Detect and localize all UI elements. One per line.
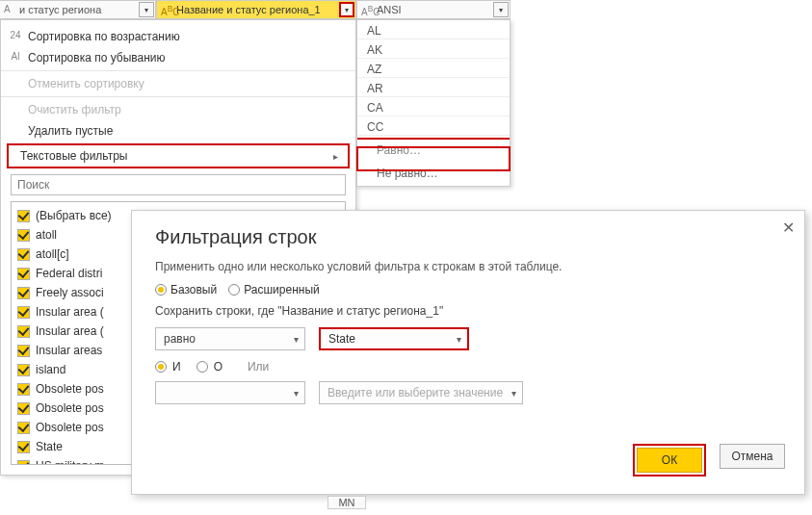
menu-label: Сортировка по убыванию: [28, 51, 166, 64]
button-label: Отмена: [731, 450, 773, 463]
menu-text-filters[interactable]: Текстовые фильтры: [9, 145, 348, 167]
dialog-description: Применить одно или несколько условий фил…: [155, 260, 781, 273]
menu-sort-asc[interactable]: 24 Сортировка по возрастанию: [1, 26, 355, 47]
column-headers: A и статус региона ▾ ABC Название и стат…: [0, 0, 511, 19]
ansi-dropdown-list: ALAKAZARCACC Равно… Не равно…: [356, 19, 511, 187]
dialog-title: Фильтрация строк: [155, 226, 781, 248]
menu-clear-filter: Очистить фильтр: [1, 99, 355, 120]
and-or-row: И О Или: [155, 360, 781, 373]
submenu-equals[interactable]: Равно…: [357, 140, 510, 163]
operator-combo-1[interactable]: равно: [155, 327, 305, 350]
text-type-icon: A: [4, 4, 11, 14]
combo-placeholder: Введите или выберите значение: [327, 386, 503, 399]
column-header-ansi[interactable]: ABC ANSI ▾: [356, 0, 511, 19]
radio-advanced-label: Расширенный: [244, 283, 320, 296]
condition-row-1: равно State: [155, 327, 781, 350]
column-dropdown-button[interactable]: ▾: [339, 2, 354, 17]
radio-or-label: О: [214, 360, 223, 373]
combo-value: State: [328, 332, 355, 346]
submenu-not-equals[interactable]: Не равно…: [357, 163, 510, 186]
radio-basic-label: Базовый: [170, 283, 217, 296]
checklist-label: island: [36, 363, 65, 376]
checkbox-icon[interactable]: [17, 422, 30, 434]
submenu-label: Равно…: [377, 143, 421, 157]
text-type-icon: ABC: [361, 4, 380, 17]
sort-asc-icon: 24: [9, 30, 22, 40]
value-combo-1[interactable]: State: [319, 327, 469, 350]
checklist-label: Freely associ: [36, 286, 104, 299]
ansi-option[interactable]: CC: [357, 116, 510, 136]
cancel-button[interactable]: Отмена: [720, 444, 785, 469]
radio-and-label: И: [172, 360, 181, 373]
condition-row-2: Введите или выберите значение: [155, 381, 781, 404]
radio-and[interactable]: [155, 361, 167, 373]
grid-cell-preview: MN: [327, 496, 366, 509]
checklist-label: US military m: [36, 459, 104, 465]
or-text-label: Или: [248, 360, 269, 373]
submenu-label: Не равно…: [377, 167, 438, 180]
radio-advanced[interactable]: [228, 284, 240, 296]
ok-button[interactable]: ОК: [637, 448, 702, 473]
column-dropdown-button[interactable]: ▾: [493, 2, 509, 17]
checkbox-icon[interactable]: [17, 268, 30, 280]
checklist-label: Federal distri: [36, 267, 102, 280]
filter-mode-radio-group: Базовый Расширенный: [155, 283, 781, 296]
filter-search[interactable]: [11, 174, 346, 195]
checklist-label: Obsolete pos: [36, 382, 104, 396]
ansi-option[interactable]: AR: [357, 78, 510, 97]
close-icon[interactable]: ✕: [782, 219, 795, 237]
radio-basic[interactable]: [155, 284, 167, 296]
menu-label: Сортировка по возрастанию: [28, 30, 180, 43]
sort-desc-icon: Al: [9, 51, 22, 62]
menu-sort-desc[interactable]: Al Сортировка по убыванию: [1, 47, 355, 68]
checklist-label: atoll: [36, 228, 57, 242]
checklist-label: Insular area (: [36, 324, 104, 338]
menu-clear-sort: Отменить сортировку: [1, 73, 355, 94]
checkbox-icon[interactable]: [17, 345, 30, 357]
search-input[interactable]: [12, 178, 345, 192]
text-filter-submenu: Равно… Не равно…: [357, 138, 510, 186]
ansi-option[interactable]: AL: [357, 20, 510, 39]
checkbox-icon[interactable]: [17, 441, 30, 453]
combo-value: [164, 386, 167, 399]
checkbox-icon[interactable]: [17, 460, 30, 466]
checkbox-icon[interactable]: [17, 287, 30, 299]
checklist-label: State: [36, 440, 63, 453]
text-type-icon: ABC: [161, 4, 179, 17]
checkbox-icon[interactable]: [17, 229, 30, 242]
checklist-label: Obsolete pos: [36, 421, 104, 434]
checkbox-icon[interactable]: [17, 364, 30, 376]
checkbox-icon[interactable]: [17, 325, 30, 338]
checkbox-icon[interactable]: [17, 210, 30, 222]
ansi-option[interactable]: AZ: [357, 59, 510, 78]
filter-rows-dialog: ✕ Фильтрация строк Применить одно или не…: [131, 210, 805, 495]
checklist-label: (Выбрать все): [36, 209, 112, 222]
column-header-region-name-1[interactable]: ABC Название и статус региона_1 ▾: [156, 0, 356, 19]
checkbox-icon[interactable]: [17, 248, 30, 261]
menu-label: Очистить фильтр: [28, 103, 121, 116]
checklist-label: Insular areas: [36, 344, 102, 357]
value-combo-2[interactable]: Введите или выберите значение: [319, 381, 523, 404]
menu-label: Отменить сортировку: [28, 77, 144, 90]
checkbox-icon[interactable]: [17, 306, 30, 319]
column-dropdown-button[interactable]: ▾: [139, 2, 154, 17]
checklist-label: Obsolete pos: [36, 401, 104, 415]
menu-divider: [1, 96, 355, 97]
column-header-label: и статус региона: [0, 4, 105, 15]
checkbox-icon[interactable]: [17, 402, 30, 415]
checkbox-icon[interactable]: [17, 383, 30, 396]
ansi-option[interactable]: CA: [357, 97, 510, 116]
radio-or[interactable]: [196, 361, 208, 373]
ansi-option[interactable]: AK: [357, 39, 510, 59]
menu-divider: [1, 70, 355, 71]
operator-combo-2[interactable]: [155, 381, 305, 404]
button-label: ОК: [662, 453, 677, 467]
menu-remove-empty[interactable]: Удалить пустые: [1, 120, 355, 142]
column-header-label: Название и статус региона_1: [157, 4, 325, 15]
column-header-status-region[interactable]: A и статус региона ▾: [0, 0, 156, 19]
menu-label: Текстовые фильтры: [20, 149, 127, 163]
checklist-label: Insular area (: [36, 305, 104, 319]
checklist-label: atoll[c]: [36, 247, 69, 261]
menu-label: Удалить пустые: [28, 124, 113, 138]
dialog-buttons: ОК Отмена: [633, 444, 785, 476]
